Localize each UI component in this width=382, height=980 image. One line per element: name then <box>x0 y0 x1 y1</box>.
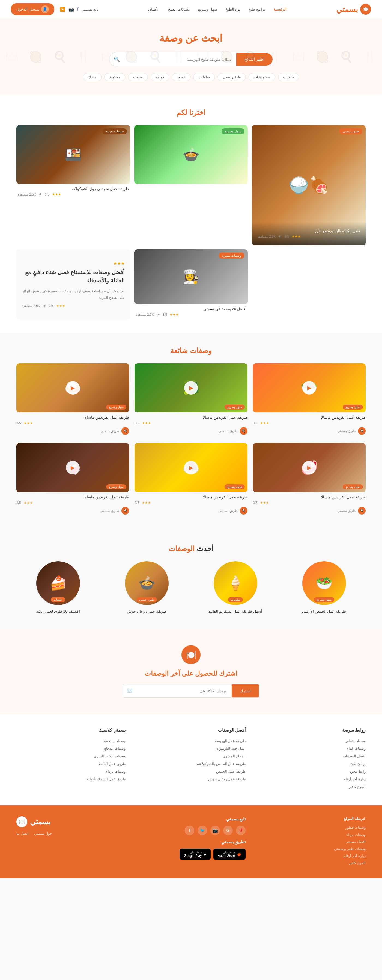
footer-link-2-4[interactable]: وصفات برداء <box>106 769 125 773</box>
sitemap-link-2[interactable]: أفضل بسمتي <box>346 840 366 844</box>
tag-spices[interactable]: متبلات <box>128 73 148 81</box>
sitemap-link-5[interactable]: الجوج كافير <box>349 861 366 865</box>
tag-fruits[interactable]: فواكه <box>151 73 169 81</box>
latest-card-3[interactable]: 🍲 طبق رئيسي طريقة عمل روعان جوش <box>105 561 188 615</box>
tag-sweets[interactable]: حلويات <box>278 73 299 81</box>
play-button-1[interactable]: ▶ <box>302 381 316 395</box>
footer-link-1-2[interactable]: الدجاج المشوي <box>223 754 246 758</box>
footer-nav-about[interactable]: حول بسمتي <box>34 831 52 835</box>
latest-card-2[interactable]: 🍦 مكونات أسهل طريقة عمل ايسكريم الفانيلا <box>194 561 277 615</box>
email-input[interactable] <box>136 684 231 697</box>
popular-card-5[interactable]: 🧆 ▶ سهل وسريع طريقة عمل الفريدس ماسالا ★… <box>135 443 247 517</box>
footer-nav-contact[interactable]: اتصل بنا <box>16 831 29 835</box>
latest-card-4[interactable]: 🍰 حلويات اكتشف 10 طرق لعمل الكبة <box>16 561 100 615</box>
subscribe-button[interactable]: اشترك <box>231 684 259 697</box>
footer-col-classic: بسمتي كلاسيك وصفات النجمة وصفات الدجاج و… <box>16 728 125 792</box>
footer-link-1-5[interactable]: طريقة عمل روعان جوش <box>208 777 246 781</box>
footer-link-0-1[interactable]: وصفات غداء <box>347 746 366 751</box>
popular-card-4-info: طريقة عمل الفريدس ماسالا ★★★ 3/5 🍳 طريق … <box>253 492 366 517</box>
footer-link-0-5[interactable]: زيارة أخر أرقام <box>344 777 366 781</box>
footer-col-classic-title: بسمتي كلاسيك <box>16 728 125 733</box>
footer-link-2-0[interactable]: وصفات النجمة <box>104 739 125 743</box>
featured-card-sushi[interactable]: 🍱 حلويات عربية طريقة عمل سوشي رول الشوكو… <box>16 125 130 199</box>
tag-sandwiches[interactable]: سندويشات <box>249 73 275 81</box>
sitemap-link-1[interactable]: وصفات برداء <box>346 832 366 837</box>
popular-section: وصفات شائعة 🥗 ▶ سهل وسريع طريقة عمل الفر… <box>0 333 382 531</box>
footer-link-2-3[interactable]: طريق عمل الباسلا <box>98 762 125 766</box>
youtube-icon[interactable]: ▶️ <box>60 7 65 12</box>
card-recipe20-badge: وصفات مميزة <box>219 253 244 259</box>
latest-card-1[interactable]: 🥗 سهل وسريع طريقة عمل الحمص الأرمني <box>282 561 366 615</box>
popular-card-4-title: طريقة عمل الفريدس ماسالا <box>253 495 366 499</box>
author-avatar-2: 🍳 <box>240 427 247 435</box>
latest-section: أحدث الوصفات 🥗 سهل وسريع طريقة عمل الحمص… <box>0 531 382 629</box>
google-icon[interactable]: G <box>223 826 233 835</box>
popular-card-2[interactable]: 🥦 ▶ سهل وسريع طريقة عمل الفريدس ماسالا ★… <box>135 363 247 438</box>
footer-link-2-5[interactable]: طريق عمل السمك بأبواله <box>87 777 125 781</box>
nav-programs[interactable]: برامج طبخ <box>249 7 265 11</box>
sitemap-link-0[interactable]: وصفات فطور <box>346 826 366 829</box>
search-button[interactable]: اظهر النتائج <box>236 53 273 65</box>
popular-card-3[interactable]: 🍛 ▶ سهل وسريع طريقة عمل الفريدس ماسالا ★… <box>16 363 129 438</box>
latest-badge-3: طبق رئيسي <box>136 597 157 602</box>
popular-badge-1: سهل وسريع <box>343 404 363 410</box>
instagram-icon[interactable]: 📷 <box>68 7 74 12</box>
footer-link-2-2[interactable]: وصفات الكلب البحري <box>94 754 125 758</box>
featured-card-kofta[interactable]: 🍖🍚 عمل الكفته بالبندورة مع الأرز ★★★ 3/5… <box>252 125 366 245</box>
play-button-5[interactable]: ▶ <box>184 461 198 474</box>
footer-link-1-4[interactable]: طريقة عمل الحمص <box>216 769 246 773</box>
footer-link-0-2[interactable]: أفضل الوصفات <box>343 754 366 758</box>
nav-techniques[interactable]: تكنيكات الطبخ <box>168 7 190 11</box>
footer-sitemap-list: وصفات فطور وصفات برداء أفضل بسمتي وصفات … <box>257 825 366 865</box>
nav-type[interactable]: نوع الطبخ <box>225 7 240 11</box>
featured-card-soup[interactable]: 🍲 سهل وسريع <box>134 125 248 199</box>
tag-salads[interactable]: سلطات <box>193 73 215 81</box>
apple-icon: 🍎 <box>237 853 241 856</box>
play-button-6[interactable]: ▶ <box>66 461 80 474</box>
footer-link-0-0[interactable]: وصفات فطور <box>346 739 366 743</box>
facebook-icon[interactable]: f <box>77 7 78 12</box>
footer-col-best: أفضل الوصفات طريقة عمل الهريسة عمل جبنة … <box>136 728 246 792</box>
footer-link-1-1[interactable]: عمل جبنة التارميزان <box>216 746 246 751</box>
card-sushi-meta: ★★★ 3/5 👁 2.5K مشاهدة <box>18 192 129 196</box>
footer-link-0-4[interactable]: رابط معين <box>350 769 366 773</box>
google-play-button[interactable]: ▶ متوفر على Google Play <box>179 849 211 860</box>
logo-icon: 🍽️ <box>360 4 371 15</box>
footer-quick-list: وصفات فطور وصفات غداء أفضل الوصفات برامج… <box>257 738 366 789</box>
tag-fish[interactable]: سمك <box>83 73 101 81</box>
popular-card-5-info: طريقة عمل الفريدس ماسالا ★★★ 3/5 🍳 طريق … <box>135 492 247 517</box>
tag-pastries[interactable]: مفكونة <box>104 73 125 81</box>
popular-card-1-title: طريقة عمل الفريدس ماسالا <box>253 415 366 420</box>
sitemap-link-4[interactable]: زيارة أخر أرقام <box>344 854 366 858</box>
footer-link-0-3[interactable]: برامج طبخ <box>350 762 366 766</box>
video-thumb-1: 🥗 ▶ سهل وسريع <box>253 363 366 412</box>
footer-link-0-6[interactable]: الجوج كافير <box>349 785 366 789</box>
nav-home[interactable]: الرئيسية <box>273 7 287 11</box>
facebook-footer-icon[interactable]: f <box>185 826 194 835</box>
author-6: 🍳 طريق بسمتي <box>16 507 129 515</box>
search-input[interactable] <box>124 53 236 65</box>
nav-easy[interactable]: سهل وسريع <box>198 7 217 11</box>
apple-store-button[interactable]: 🍎 متوفر على Apple Store <box>213 849 246 860</box>
instagram-footer-icon[interactable]: 📷 <box>210 826 220 835</box>
footer-link-1-3[interactable]: طريقة عمل الحمص بالشوكولاتنه <box>197 762 246 766</box>
sitemap-link-3[interactable]: وصفات طفر برسمتي <box>334 847 366 851</box>
twitter-icon[interactable]: 🐦 <box>198 826 207 835</box>
footer-link-1-0[interactable]: طريقة عمل الهريسة <box>215 739 246 743</box>
tag-main[interactable]: طبق رئيسي <box>218 73 246 81</box>
play-button-4[interactable]: ▶ <box>302 461 316 474</box>
author-4: 🍳 طريق بسمتي <box>253 507 366 515</box>
featured-bottom-row: 👩‍🍳 وصفات مميزة أفضل 20 وصفة في بسمتي ★★… <box>16 249 366 319</box>
popular-card-6[interactable]: 🍫 ▶ سهل وسريع طريقة عمل الفريدس ماسالا ★… <box>16 443 129 517</box>
tag-breakfast[interactable]: فطور <box>172 73 190 81</box>
play-button-2[interactable]: ▶ <box>184 381 198 395</box>
nav-dishes[interactable]: الأطباق <box>148 7 160 11</box>
popular-badge-2: سهل وسريع <box>225 404 245 410</box>
popular-card-1[interactable]: 🥗 ▶ سهل وسريع طريقة عمل الفريدس ماسالا ★… <box>253 363 366 438</box>
play-button-3[interactable]: ▶ <box>66 381 80 395</box>
pinterest-icon[interactable]: 📌 <box>236 826 246 835</box>
footer-link-2-1[interactable]: وصفات الدجاج <box>104 746 125 751</box>
popular-card-4[interactable]: 🥩 ▶ سهل وسريع طريقة عمل الفريدس ماسالا ★… <box>253 443 366 517</box>
featured-card-recipe20[interactable]: 👩‍🍳 وصفات مميزة أفضل 20 وصفة في بسمتي ★★… <box>134 249 248 319</box>
login-button[interactable]: 👤 تسجيل الدخول <box>11 3 54 15</box>
